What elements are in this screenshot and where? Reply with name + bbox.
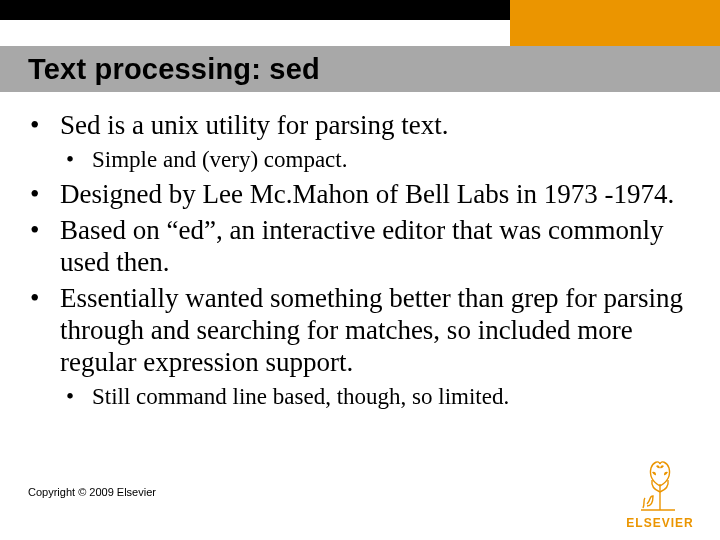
sub-bullet-list: Still command line based, though, so lim… <box>66 383 690 411</box>
elsevier-logo: ELSEVIER <box>618 454 702 530</box>
sub-bullet-text: Simple and (very) compact. <box>92 146 347 174</box>
elsevier-tree-icon <box>623 454 697 512</box>
bullet-text: Sed is a unix utility for parsing text. <box>60 110 448 142</box>
bullet-item: Essentially wanted something better than… <box>30 283 690 379</box>
bullet-text: Based on “ed”, an interactive editor tha… <box>60 215 690 279</box>
bullet-item: Based on “ed”, an interactive editor tha… <box>30 215 690 279</box>
bullet-list: Sed is a unix utility for parsing text. <box>30 110 690 142</box>
bullet-item: Sed is a unix utility for parsing text. <box>30 110 690 142</box>
content-area: Sed is a unix utility for parsing text. … <box>30 110 690 416</box>
slide-title: Text processing: sed <box>28 53 320 86</box>
bullet-list: Designed by Lee Mc.Mahon of Bell Labs in… <box>30 179 690 378</box>
top-orange-box <box>510 0 720 46</box>
elsevier-wordmark: ELSEVIER <box>618 516 702 530</box>
bullet-item: Designed by Lee Mc.Mahon of Bell Labs in… <box>30 179 690 211</box>
bullet-text: Designed by Lee Mc.Mahon of Bell Labs in… <box>60 179 674 211</box>
sub-bullet-text: Still command line based, though, so lim… <box>92 383 509 411</box>
title-bar: Text processing: sed <box>0 46 720 92</box>
sub-bullet-item: Simple and (very) compact. <box>66 146 690 174</box>
copyright-text: Copyright © 2009 Elsevier <box>28 486 156 498</box>
slide: Text processing: sed Sed is a unix utili… <box>0 0 720 540</box>
bullet-text: Essentially wanted something better than… <box>60 283 690 379</box>
sub-bullet-item: Still command line based, though, so lim… <box>66 383 690 411</box>
sub-bullet-list: Simple and (very) compact. <box>66 146 690 174</box>
